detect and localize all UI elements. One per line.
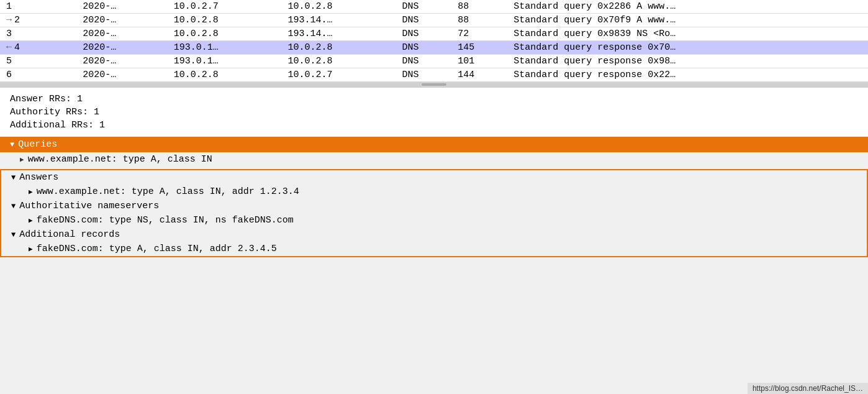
outlined-header-label-2: Additional records: [19, 229, 120, 240]
url-bar: https://blog.csdn.net/Rachel_IS…: [748, 383, 868, 394]
packet-row[interactable]: 52020-…193.0.1…10.0.2.8DNS101Standard qu…: [0, 55, 868, 68]
packet-row[interactable]: 42020-…193.0.1…10.0.2.8DNS145Standard qu…: [0, 41, 868, 55]
queries-sub-label: www.example.net: type A, class IN: [28, 154, 212, 165]
outlined-sub-tri-1: ▶: [29, 216, 33, 224]
outlined-tri-0: ▼: [11, 173, 16, 182]
queries-section-header[interactable]: ▼ Queries: [0, 137, 868, 152]
outlined-tri-2: ▼: [11, 231, 16, 239]
panel-divider[interactable]: [0, 82, 868, 87]
packet-row[interactable]: 22020-…10.0.2.8193.14.…DNS88Standard que…: [0, 14, 868, 27]
outlined-sub-item-0[interactable]: ▶www.example.net: type A, class IN, addr…: [1, 185, 867, 199]
queries-sub-triangle: ▶: [20, 155, 24, 163]
outlined-sub-item-1[interactable]: ▶fakeDNS.com: type NS, class IN, ns fake…: [1, 213, 867, 227]
outlined-sub-label-0: www.example.net: type A, class IN, addr …: [37, 186, 299, 197]
queries-label: Queries: [18, 139, 57, 150]
outlined-section-header-0[interactable]: ▼Answers: [1, 170, 867, 185]
outlined-header-label-0: Answers: [19, 172, 58, 183]
additional-rrs-line: Additional RRs: 1: [0, 119, 868, 132]
outlined-sub-tri-2: ▶: [29, 245, 33, 253]
packet-list: 12020-…10.0.2.710.0.2.8DNS88Standard que…: [0, 0, 868, 82]
outlined-sub-item-2[interactable]: ▶fakeDNS.com: type A, class IN, addr 2.3…: [1, 242, 867, 256]
packet-row[interactable]: 32020-…10.0.2.8193.14.…DNS72Standard que…: [0, 27, 868, 41]
outlined-tri-1: ▼: [11, 202, 16, 211]
queries-sub-item[interactable]: ▶ www.example.net: type A, class IN: [0, 152, 868, 167]
outlined-sub-label-2: fakeDNS.com: type A, class IN, addr 2.3.…: [37, 244, 277, 254]
outlined-section-header-2[interactable]: ▼Additional records: [1, 227, 867, 242]
detail-panel: Answer RRs: 1 Authority RRs: 1 Additiona…: [0, 87, 868, 137]
outlined-header-label-1: Authoritative nameservers: [19, 201, 159, 211]
outlined-sub-label-1: fakeDNS.com: type NS, class IN, ns fakeD…: [37, 215, 294, 226]
divider-handle: [422, 83, 446, 86]
packet-row[interactable]: 12020-…10.0.2.710.0.2.8DNS88Standard que…: [0, 0, 868, 14]
outlined-sub-tri-0: ▶: [29, 188, 33, 196]
outlined-section-header-1[interactable]: ▼Authoritative nameservers: [1, 199, 867, 213]
packet-row[interactable]: 62020-…10.0.2.810.0.2.7DNS144Standard qu…: [0, 68, 868, 82]
answer-rrs-line: Answer RRs: 1: [0, 93, 868, 106]
authority-rrs-line: Authority RRs: 1: [0, 106, 868, 119]
queries-triangle: ▼: [10, 140, 14, 149]
outlined-sections-box: ▼Answers▶www.example.net: type A, class …: [0, 169, 868, 257]
